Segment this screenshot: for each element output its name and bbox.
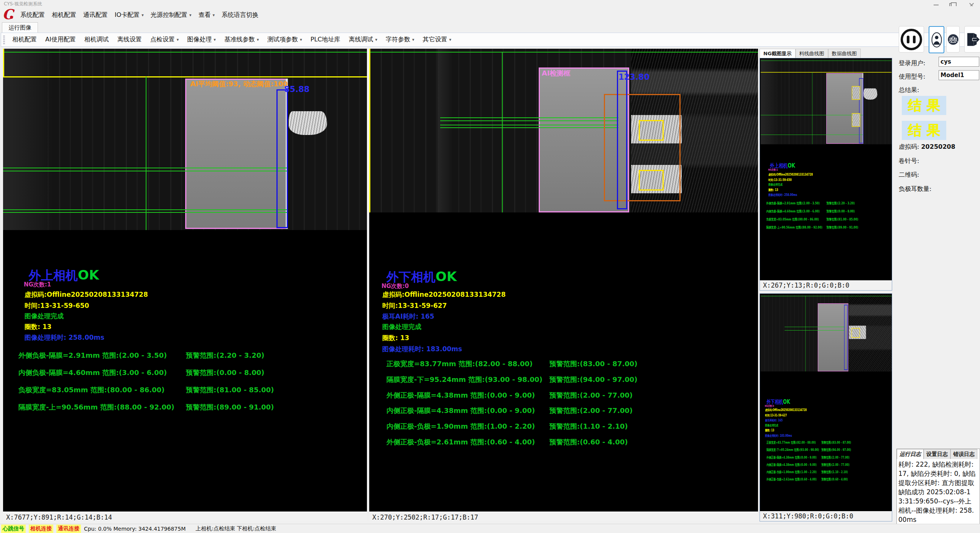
measurement-row: 外侧负极-隔膜=2.91mm 范围:(2.00 - 3.50) xyxy=(18,351,167,360)
camera-ok-status: OK xyxy=(78,267,99,283)
ng-preview-lower[interactable]: 外下相机OK NG次数:0 虚拟码:Offline202502081331347… xyxy=(760,293,892,521)
tab-data-curve[interactable]: 数据曲线图 xyxy=(828,49,861,58)
toolbar-item-image-processing[interactable]: 图像处理 xyxy=(183,36,220,44)
toolbar-item-char-params[interactable]: 字符参数 xyxy=(381,36,419,44)
toolbar: 相机配置 AI使用配置 相机调试 离线设置 点检设置 图像处理 基准线参数 测试… xyxy=(1,33,980,47)
toolbar-item-camera-debug[interactable]: 相机调试 xyxy=(80,36,113,44)
pixel-coordinates: X:270;Y:2502;R:17;G:17;B:17 xyxy=(369,512,758,521)
measurement-row: 外侧正极-隔膜=4.38mm 范围:(0.00 - 9.00) xyxy=(386,391,535,400)
process-time-line: 图像处理耗时: 183.00ms xyxy=(382,345,462,354)
result-box-upper: 结 果 xyxy=(902,96,946,115)
negative-tab-count-label: 负极耳数量: xyxy=(899,185,931,193)
lower-camera-image: AI检测框 123.80 xyxy=(369,49,758,212)
toolbar-item-plc-address-lib[interactable]: PLC地址库 xyxy=(306,36,345,44)
left-camera-image: AI平均阈值:93, 动态阈值:100 85.88 xyxy=(3,49,367,230)
log-panel: 运行日志 设置日志 错误日志 耗时: 222, 缺陷检测耗时: 17, 缺陷分类… xyxy=(896,449,980,533)
virtual-code-line: 虚拟码:Offline20250208133134728 xyxy=(25,290,148,299)
toolbar-item-baseline-params[interactable]: 基准线参数 xyxy=(220,36,263,44)
info-column: 登录用户: 使用型号: 总结果: 结 果 结 果 虚拟码: 20250208 卷… xyxy=(896,17,980,533)
time-line: 时间:13-31-59-627 xyxy=(382,301,447,310)
current-user-button[interactable] xyxy=(929,26,944,53)
toolbar-item-ai-usage-config[interactable]: AI使用配置 xyxy=(41,36,80,44)
menu-item-view[interactable]: 查看 xyxy=(195,10,218,20)
toolbar-grip-handle[interactable] xyxy=(3,36,5,44)
measurement-row: 内侧负极-隔膜=4.60mm 范围:(3.00 - 6.00) xyxy=(18,368,167,377)
warning-range: 预警范围:(89.00 - 91.00) xyxy=(186,403,274,412)
process-done-line: 图像处理完成 xyxy=(382,322,421,331)
pause-icon xyxy=(901,29,922,50)
pixel-coordinates: X:311;Y:980;R:0;G:0;B:0 xyxy=(760,511,892,521)
tab-yellow-box xyxy=(639,170,664,191)
log-tab-strip: 运行日志 设置日志 错误日志 xyxy=(897,449,977,459)
menu-item-system-config[interactable]: 系统配置 xyxy=(17,10,48,20)
measurement-row: 内侧正极-隔膜=4.38mm 范围:(0.00 - 9.00) xyxy=(386,406,535,415)
toolbar-item-other-settings[interactable]: 其它设置 xyxy=(419,36,456,44)
model-label: 使用型号: xyxy=(899,73,925,81)
user-icon xyxy=(931,30,942,50)
warning-range: 预警范围:(83.00 - 87.00) xyxy=(549,359,638,368)
ai-threshold-label: AI平均阈值:93, 动态阈值:100 xyxy=(190,79,288,89)
menu-item-language-switch[interactable]: 系统语言切换 xyxy=(218,10,262,20)
tab-ng-screenshot[interactable]: NG截图显示 xyxy=(760,49,796,58)
loop-count-line: 圈数: 13 xyxy=(25,322,51,331)
process-done-line: 图像处理完成 xyxy=(25,312,64,321)
menu-bar: C 系统配置 相机配置 通讯配置 IO卡配置 光源控制配置 查看 系统语言切换 xyxy=(0,6,980,22)
ng-count: NG次数:1 xyxy=(24,281,51,288)
measurement-row: 外侧正极-负极=2.61mm 范围:(0.60 - 4.00) xyxy=(386,438,535,447)
warning-range: 预警范围:(0.00 - 8.00) xyxy=(186,368,264,377)
app-window: CYS-视觉检测系统 C 系统配置 相机配置 通讯配置 IO卡配置 光源控制配置… xyxy=(0,0,980,533)
menu-item-io-card-config[interactable]: IO卡配置 xyxy=(111,10,147,20)
menu-item-light-control-config[interactable]: 光源控制配置 xyxy=(147,10,195,20)
app-logo-icon: C xyxy=(2,7,14,21)
tab-error-log[interactable]: 错误日志 xyxy=(950,449,977,459)
exit-button[interactable] xyxy=(964,26,980,53)
result-box-lower: 结 果 xyxy=(902,121,946,140)
virtual-code-label: 虚拟码: 20250208 xyxy=(899,143,955,151)
measurement-row: 隔膜宽度-上=90.56mm 范围:(88.00 - 92.00) xyxy=(18,403,174,412)
model-field[interactable] xyxy=(939,70,979,80)
toolbar-item-offline-settings[interactable]: 离线设置 xyxy=(113,36,146,44)
menu-item-camera-config[interactable]: 相机配置 xyxy=(48,10,80,20)
baseline-yellow xyxy=(3,76,367,77)
user-management-button[interactable] xyxy=(946,26,960,53)
spot-check-status: 上相机:点检结束 下相机:点检结束 xyxy=(196,525,276,532)
tab-material-curve[interactable]: 料线曲线图 xyxy=(796,49,828,58)
lower-camera-panel[interactable]: AI检测框 123.80 外下相机OK NG次数:0 虚拟码:Offline20… xyxy=(369,49,758,521)
measure-blue-rect xyxy=(617,71,627,209)
tab-run-image[interactable]: 运行图像 xyxy=(2,22,38,33)
camera-ok-status: OK xyxy=(436,269,457,284)
roi-pink-box xyxy=(185,79,288,229)
measurement-row: 隔膜宽度-下=95.24mm 范围:(93.00 - 98.00) xyxy=(386,375,543,384)
ng-count: NG次数:0 xyxy=(381,283,409,290)
ai-detect-frame-label: AI检测框 xyxy=(542,69,571,78)
users-group-icon xyxy=(947,34,959,45)
pixel-coordinates: X:7677;Y:891;R:14;G:14;B:14 xyxy=(3,512,367,521)
toolbar-item-offline-debug[interactable]: 离线调试 xyxy=(345,36,382,44)
ng-preview-upper[interactable]: 外上相机OK NG次数:1 虚拟码:Offline202502081331347… xyxy=(760,58,892,291)
toolbar-item-test-item-params[interactable]: 测试项参数 xyxy=(263,36,306,44)
camera-connect-status-badge: 相机连接 xyxy=(29,525,53,533)
measure-blue-rect xyxy=(276,89,288,228)
ng-tab-strip: NG截图显示 料线曲线图 数据曲线图 xyxy=(760,49,861,58)
pause-button[interactable] xyxy=(899,26,924,53)
tab-settings-log[interactable]: 设置日志 xyxy=(924,449,950,459)
minimize-icon xyxy=(934,5,939,5)
login-user-label: 登录用户: xyxy=(899,59,925,67)
ng-preview-lower-content: 外下相机OK NG次数:0 虚拟码:Offline202502081331347… xyxy=(761,294,892,512)
ng-preview-upper-content: 外上相机OK NG次数:1 虚拟码:Offline202502081331347… xyxy=(761,59,892,276)
loop-count-line: 圈数: 13 xyxy=(382,334,409,342)
tab-run-log[interactable]: 运行日志 xyxy=(897,449,924,459)
warning-range: 预警范围:(1.10 - 2.10) xyxy=(549,422,628,431)
measurement-row: 负极宽度=83.05mm 范围:(80.00 - 86.00) xyxy=(18,385,164,395)
warning-range: 预警范围:(81.00 - 85.00) xyxy=(186,385,274,395)
view-tab-row: 运行图像 xyxy=(0,22,980,33)
warning-range: 预警范围:(2.00 - 77.00) xyxy=(549,391,633,400)
title-bar: CYS-视觉检测系统 xyxy=(0,0,980,6)
login-user-field[interactable] xyxy=(939,57,979,67)
warning-range: 预警范围:(2.20 - 3.20) xyxy=(186,351,264,360)
left-camera-panel[interactable]: AI平均阈值:93, 动态阈值:100 85.88 外上相机OK NG次数:1 … xyxy=(3,49,367,521)
toolbar-item-spot-check-settings[interactable]: 点检设置 xyxy=(146,36,183,44)
menu-item-comm-config[interactable]: 通讯配置 xyxy=(80,10,111,20)
toolbar-item-camera-config[interactable]: 相机配置 xyxy=(8,36,41,44)
process-time-line: 图像处理耗时: 258.00ms xyxy=(25,333,104,342)
